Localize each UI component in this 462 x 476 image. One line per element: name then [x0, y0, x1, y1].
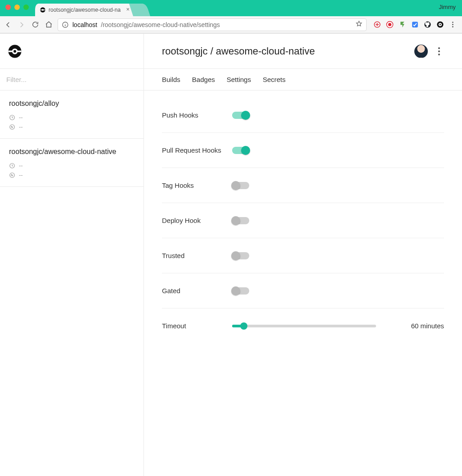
timeout-slider[interactable] [232, 325, 376, 327]
app-logo[interactable] [0, 34, 144, 69]
window-minimize-button[interactable] [14, 5, 20, 10]
reload-button[interactable] [31, 20, 40, 29]
repo-list: rootsongjc/alloy -- -- rootsongjc/awesom… [0, 91, 144, 187]
activity-icon [9, 124, 15, 130]
repo-time: -- [19, 114, 23, 121]
settings-panel: Push Hooks Pull Request Hooks Tag Hooks … [144, 91, 462, 361]
user-avatar[interactable] [414, 45, 428, 58]
app-root: rootsongjc/alloy -- -- rootsongjc/awesom… [0, 33, 462, 476]
browser-chrome: rootsongjc/awesome-cloud-na × Jimmy [0, 0, 462, 16]
tab-settings[interactable]: Settings [227, 76, 251, 83]
repo-time-row: -- [9, 114, 135, 121]
extension-icons [371, 21, 458, 29]
repo-header: rootsongjc / awesome-cloud-native [144, 34, 462, 69]
setting-label: Timeout [162, 322, 232, 330]
svg-point-15 [452, 26, 453, 27]
browser-menu-button[interactable] [449, 21, 457, 29]
setting-label: Pull Request Hooks [162, 146, 232, 154]
extension-icon-5[interactable] [423, 21, 431, 29]
breadcrumb-owner[interactable]: rootsongjc [162, 45, 208, 57]
setting-label: Trusted [162, 252, 232, 259]
setting-row: Push Hooks [162, 107, 444, 133]
tab-strip: rootsongjc/awesome-cloud-na × [35, 0, 150, 16]
setting-label: Gated [162, 287, 232, 295]
tab-builds[interactable]: Builds [162, 76, 180, 83]
extension-icon-3[interactable] [398, 21, 406, 29]
address-bar[interactable]: localhost/rootsongjc/awesome-cloud-nativ… [58, 18, 367, 31]
breadcrumb-repo[interactable]: awesome-cloud-native [216, 45, 315, 57]
setting-toggle[interactable] [232, 182, 249, 189]
setting-label: Push Hooks [162, 111, 232, 119]
setting-row: Trusted [162, 238, 444, 273]
repo-time-row: -- [9, 162, 135, 169]
tab-title: rootsongjc/awesome-cloud-na [49, 7, 121, 13]
timeout-slider-wrap [232, 325, 411, 327]
setting-toggle[interactable] [232, 217, 249, 224]
setting-row: Deploy Hook [162, 203, 444, 238]
forward-button [17, 20, 26, 29]
repo-activity-row: -- [9, 172, 135, 178]
setting-toggle[interactable] [232, 147, 249, 154]
setting-row: Pull Request Hooks [162, 133, 444, 168]
browser-toolbar: localhost/rootsongjc/awesome-cloud-nativ… [0, 16, 462, 33]
timeout-value: 60 minutes [411, 322, 444, 330]
activity-icon [9, 172, 15, 178]
window-close-button[interactable] [5, 5, 11, 10]
svg-point-13 [452, 22, 453, 23]
tab-badges[interactable]: Badges [192, 76, 215, 83]
sidebar-repo-item[interactable]: rootsongjc/alloy -- -- [0, 91, 144, 139]
setting-toggle[interactable] [232, 287, 249, 295]
repo-name: rootsongjc/alloy [9, 100, 135, 108]
repo-time: -- [19, 162, 23, 169]
setting-row: Tag Hooks [162, 168, 444, 203]
svg-point-7 [388, 23, 391, 26]
setting-toggle[interactable] [232, 112, 249, 119]
site-info-icon[interactable] [62, 21, 69, 28]
repo-activity: -- [19, 123, 23, 130]
bookmark-star-icon[interactable] [355, 20, 363, 29]
setting-row: Gated [162, 273, 444, 308]
svg-point-14 [452, 24, 453, 25]
url-host: localhost [72, 21, 97, 28]
url-path: /rootsongjc/awesome-cloud-native/setting… [101, 21, 220, 28]
svg-point-12 [440, 24, 441, 25]
window-controls [5, 5, 29, 10]
sidebar-repo-item[interactable]: rootsongjc/awesome-cloud-native -- -- [0, 139, 144, 187]
clock-icon [9, 163, 15, 169]
sidebar: rootsongjc/alloy -- -- rootsongjc/awesom… [0, 34, 144, 476]
breadcrumb-sep: / [208, 45, 216, 57]
setting-toggle[interactable] [232, 252, 249, 259]
tab-favicon [40, 7, 46, 13]
clock-icon [9, 114, 15, 121]
repo-activity-row: -- [9, 123, 135, 130]
home-button[interactable] [44, 20, 53, 29]
repo-name: rootsongjc/awesome-cloud-native [9, 148, 135, 156]
tab-close-button[interactable]: × [126, 6, 130, 12]
breadcrumb: rootsongjc / awesome-cloud-native [162, 45, 408, 57]
extension-icon-2[interactable] [386, 21, 394, 29]
browser-tab-active[interactable]: rootsongjc/awesome-cloud-na × [35, 4, 133, 16]
svg-point-18 [13, 50, 16, 53]
setting-label: Deploy Hook [162, 217, 232, 224]
filter-input[interactable] [6, 76, 137, 83]
filter-container [0, 69, 144, 91]
window-zoom-button[interactable] [23, 5, 29, 10]
extension-icon-6[interactable] [436, 21, 444, 29]
extension-icon-1[interactable] [373, 21, 381, 29]
browser-profile-name[interactable]: Jimmy [439, 4, 456, 10]
setting-label: Tag Hooks [162, 181, 232, 189]
new-tab-button[interactable] [129, 4, 150, 16]
repo-activity: -- [19, 172, 23, 178]
setting-row-timeout: Timeout 60 minutes [162, 308, 444, 343]
main-area: rootsongjc / awesome-cloud-native Builds… [144, 34, 462, 476]
repo-tabs: BuildsBadgesSettingsSecrets [144, 69, 462, 91]
tab-secrets[interactable]: Secrets [263, 76, 286, 83]
extension-icon-4[interactable] [411, 21, 419, 29]
repo-menu-button[interactable] [434, 47, 444, 55]
back-button[interactable] [4, 20, 13, 29]
